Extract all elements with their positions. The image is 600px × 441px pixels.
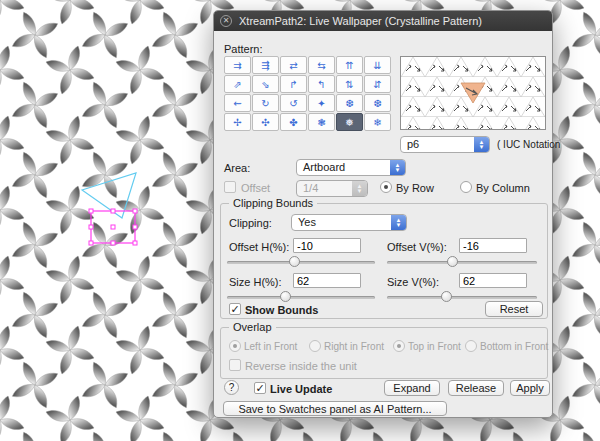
show-bounds-label: Show Bounds (245, 304, 318, 316)
slider-thumb[interactable] (289, 256, 300, 267)
left-in-front-radio[interactable] (229, 340, 241, 352)
by-row-radio[interactable] (380, 181, 392, 193)
notation-select[interactable]: p6 ▲▼ (400, 136, 490, 153)
live-update-label: Live Update (270, 383, 332, 395)
pattern-icon[interactable]: ⇄ (280, 56, 307, 74)
slider-thumb[interactable] (280, 291, 291, 302)
screen: ✕ XtreamPath2: Live Wallpaper (Crystalli… (0, 0, 600, 441)
pattern-icon[interactable]: ❃ (308, 113, 335, 131)
reverse-inside-label: Reverse inside the unit (245, 360, 357, 372)
help-button[interactable]: ? (224, 380, 239, 395)
offset-checkbox[interactable] (224, 181, 236, 193)
release-button[interactable]: Release (448, 380, 504, 396)
reverse-inside-checkbox[interactable] (229, 359, 241, 371)
size-h-label: Size H(%): (229, 276, 282, 288)
pattern-icon[interactable]: ↺ (280, 94, 307, 112)
offset-v-input[interactable] (459, 238, 527, 253)
clipping-select[interactable]: Yes ▲▼ (291, 214, 407, 231)
dropdown-arrows-icon: ▲▼ (390, 160, 405, 175)
pattern-icon[interactable]: ✤ (280, 113, 307, 131)
pattern-icon[interactable]: ↱ (280, 75, 307, 93)
pattern-icon[interactable]: ⇶ (252, 56, 279, 74)
area-select-value: Artboard (303, 161, 345, 173)
save-to-swatches-button[interactable]: Save to Swatches panel as AI Pattern... (223, 401, 447, 416)
pattern-icon[interactable]: ⇗ (224, 75, 251, 93)
show-bounds-checkbox[interactable]: ✓ (229, 303, 241, 315)
pattern-icon[interactable]: ⇉ (224, 56, 251, 74)
clipping-select-value: Yes (298, 216, 316, 228)
notation-label: ( IUC Notation (497, 139, 560, 150)
clipping-bounds-group: Clipping Bounds Clipping: Yes ▲▼ Offset … (220, 203, 548, 319)
offset-v-label: Offset V(%): (387, 241, 447, 253)
pattern-icon[interactable]: ⇵ (364, 75, 391, 93)
bottom-in-front-radio[interactable] (465, 340, 477, 352)
offset-fraction-value: 1/4 (303, 182, 318, 194)
area-select[interactable]: Artboard ▲▼ (296, 159, 406, 176)
overlap-legend: Overlap (229, 321, 276, 333)
selection-overlay[interactable] (78, 168, 156, 250)
by-column-label: By Column (476, 182, 530, 194)
live-wallpaper-dialog: ✕ XtreamPath2: Live Wallpaper (Crystalli… (213, 10, 553, 418)
radio-dot (384, 185, 388, 189)
selection-handles (89, 209, 137, 245)
apply-button[interactable]: Apply (510, 380, 550, 396)
left-in-front-label: Left in Front (244, 341, 297, 352)
top-in-front-label: Top in Front (408, 341, 461, 352)
size-v-label: Size V(%): (387, 276, 439, 288)
radio-dot (397, 344, 401, 348)
slider-track (387, 296, 537, 299)
pattern-icon[interactable]: ❆ (336, 94, 363, 112)
offset-h-label: Offset H(%): (229, 241, 289, 253)
right-in-front-label: Right in Front (324, 341, 384, 352)
offset-h-slider[interactable] (227, 256, 375, 268)
size-h-input[interactable] (293, 273, 361, 288)
clipping-label: Clipping: (229, 217, 272, 229)
slider-track (227, 296, 375, 299)
pattern-icon[interactable]: ✦ (308, 94, 335, 112)
slider-track (387, 261, 537, 264)
overlap-group: Overlap Left in Front Right in Front Top… (220, 327, 548, 379)
by-column-radio[interactable] (460, 181, 472, 193)
pattern-icon[interactable]: ↻ (252, 94, 279, 112)
pattern-icon[interactable]: ⇘ (252, 75, 279, 93)
pattern-preview[interactable] (400, 56, 546, 130)
reset-button[interactable]: Reset (485, 301, 543, 317)
pattern-icon[interactable]: ⇈ (336, 56, 363, 74)
clipping-bounds-legend: Clipping Bounds (229, 197, 317, 209)
pattern-grid: ⇉⇶⇄⇆⇈⇊⇗⇘↱↰⇅⇵⇜↻↺✦❆❆✢✣✤❃❅❄ (224, 56, 391, 131)
size-h-slider[interactable] (227, 291, 375, 303)
pattern-icon[interactable]: ✣ (252, 113, 279, 131)
dropdown-arrows-icon: ▲▼ (474, 137, 489, 152)
slider-thumb[interactable] (441, 291, 452, 302)
offset-v-slider[interactable] (387, 256, 537, 268)
titlebar[interactable]: ✕ XtreamPath2: Live Wallpaper (Crystalli… (214, 11, 552, 31)
pattern-icon[interactable]: ↰ (308, 75, 335, 93)
slider-thumb[interactable] (447, 256, 458, 267)
radio-dot (233, 344, 237, 348)
close-icon[interactable]: ✕ (220, 15, 232, 27)
pattern-icon[interactable]: ⇆ (308, 56, 335, 74)
live-update-checkbox[interactable]: ✓ (254, 382, 266, 394)
pattern-icon[interactable]: ❆ (364, 94, 391, 112)
offset-h-input[interactable] (293, 238, 361, 253)
area-label: Area: (224, 162, 250, 174)
dropdown-arrows-icon: ▲▼ (391, 215, 406, 230)
pattern-icon[interactable]: ⇅ (336, 75, 363, 93)
pattern-icon[interactable]: ✢ (224, 113, 251, 131)
by-row-label: By Row (396, 182, 434, 194)
pattern-icon[interactable]: ⇜ (224, 94, 251, 112)
offset-label: Offset (241, 182, 270, 194)
pattern-icon[interactable]: ❅ (336, 113, 363, 131)
window-title: XtreamPath2: Live Wallpaper (Crystalline… (239, 11, 482, 31)
pattern-label: Pattern: (224, 43, 263, 55)
notation-select-value: p6 (407, 138, 419, 150)
slider-track (227, 261, 375, 264)
offset-fraction-select[interactable]: 1/4 ▲▼ (296, 180, 368, 197)
pattern-icon[interactable]: ⇊ (364, 56, 391, 74)
top-in-front-radio[interactable] (393, 340, 405, 352)
bottom-in-front-label: Bottom in Front (480, 341, 548, 352)
right-in-front-radio[interactable] (309, 340, 321, 352)
pattern-icon[interactable]: ❄ (364, 113, 391, 131)
size-v-input[interactable] (459, 273, 527, 288)
expand-button[interactable]: Expand (384, 380, 440, 396)
